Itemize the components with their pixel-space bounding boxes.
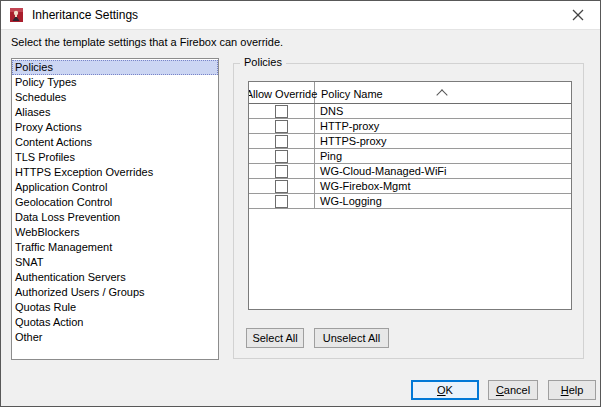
sidebar-item[interactable]: Proxy Actions — [12, 120, 218, 135]
allow-override-checkbox[interactable] — [275, 180, 288, 193]
allow-override-checkbox[interactable] — [275, 165, 288, 178]
table-row[interactable]: DNS — [249, 104, 571, 119]
allow-override-checkbox[interactable] — [275, 150, 288, 163]
cancel-button[interactable]: Cancel — [488, 380, 538, 400]
policy-name-cell: HTTP-proxy — [315, 119, 571, 133]
policy-name-cell: WG-Logging — [315, 194, 571, 208]
close-icon[interactable] — [561, 1, 595, 29]
sidebar-item[interactable]: Aliases — [12, 105, 218, 120]
table-row[interactable]: Ping — [249, 149, 571, 164]
sidebar-item[interactable]: Quotas Rule — [12, 300, 218, 315]
allow-override-cell — [249, 119, 315, 133]
select-all-button[interactable]: Select All — [246, 328, 304, 348]
table-row[interactable]: WG-Firebox-Mgmt — [249, 179, 571, 194]
table-row[interactable]: HTTP-proxy — [249, 119, 571, 134]
allow-override-cell — [249, 104, 315, 118]
sidebar-item[interactable]: SNAT — [12, 255, 218, 270]
sidebar-item[interactable]: Policy Types — [12, 75, 218, 90]
sidebar-item[interactable]: Data Loss Prevention — [12, 210, 218, 225]
allow-override-checkbox[interactable] — [275, 120, 288, 133]
allow-override-cell — [249, 164, 315, 178]
inheritance-settings-dialog: Inheritance Settings Select the template… — [0, 0, 601, 407]
sidebar-item[interactable]: HTTPS Exception Overrides — [12, 165, 218, 180]
sidebar-item[interactable]: WebBlockers — [12, 225, 218, 240]
policy-name-cell: HTTPS-proxy — [315, 134, 571, 148]
table-header: Allow Override Policy Name — [249, 82, 571, 104]
allow-override-cell — [249, 149, 315, 163]
sidebar-item[interactable]: TLS Profiles — [12, 150, 218, 165]
sidebar-item[interactable]: Policies — [12, 60, 218, 75]
sidebar-item[interactable]: Traffic Management — [12, 240, 218, 255]
unselect-all-button[interactable]: Unselect All — [314, 328, 389, 348]
help-button[interactable]: Help — [548, 380, 596, 400]
sort-ascending-icon — [436, 89, 447, 100]
instruction-text: Select the template settings that a Fire… — [11, 36, 283, 48]
table-row[interactable]: HTTPS-proxy — [249, 134, 571, 149]
sidebar-item[interactable]: Schedules — [12, 90, 218, 105]
table-row[interactable]: WG-Cloud-Managed-WiFi — [249, 164, 571, 179]
policy-name-cell: Ping — [315, 149, 571, 163]
sidebar-item[interactable]: Geolocation Control — [12, 195, 218, 210]
allow-override-checkbox[interactable] — [275, 195, 288, 208]
table-row[interactable]: WG-Logging — [249, 194, 571, 209]
sidebar-item[interactable]: Content Actions — [12, 135, 218, 150]
groupbox-title: Policies — [240, 56, 286, 68]
column-header-policy-name[interactable]: Policy Name — [315, 88, 571, 103]
window-title: Inheritance Settings — [32, 1, 138, 29]
ok-button[interactable]: OK — [411, 380, 479, 400]
policy-name-cell: WG-Firebox-Mgmt — [315, 179, 571, 193]
policies-table: Allow Override Policy Name DNSHTTP-proxy… — [248, 81, 572, 310]
sidebar-item[interactable]: Authentication Servers — [12, 270, 218, 285]
allow-override-cell — [249, 194, 315, 208]
sidebar-item[interactable]: Application Control — [12, 180, 218, 195]
watchguard-app-icon — [9, 7, 25, 23]
sidebar-item[interactable]: Quotas Action — [12, 315, 218, 330]
sidebar-item[interactable]: Other — [12, 330, 218, 345]
settings-category-list: PoliciesPolicy TypesSchedulesAliasesProx… — [11, 58, 219, 360]
column-header-allow-override[interactable]: Allow Override — [249, 82, 315, 103]
allow-override-checkbox[interactable] — [275, 135, 288, 148]
allow-override-cell — [249, 179, 315, 193]
titlebar[interactable]: Inheritance Settings — [1, 1, 600, 30]
policy-name-cell: DNS — [315, 104, 571, 118]
policies-table-body: DNSHTTP-proxyHTTPS-proxyPingWG-Cloud-Man… — [249, 104, 571, 209]
policy-name-cell: WG-Cloud-Managed-WiFi — [315, 164, 571, 178]
sidebar-item[interactable]: Authorized Users / Groups — [12, 285, 218, 300]
allow-override-checkbox[interactable] — [275, 105, 288, 118]
allow-override-cell — [249, 134, 315, 148]
